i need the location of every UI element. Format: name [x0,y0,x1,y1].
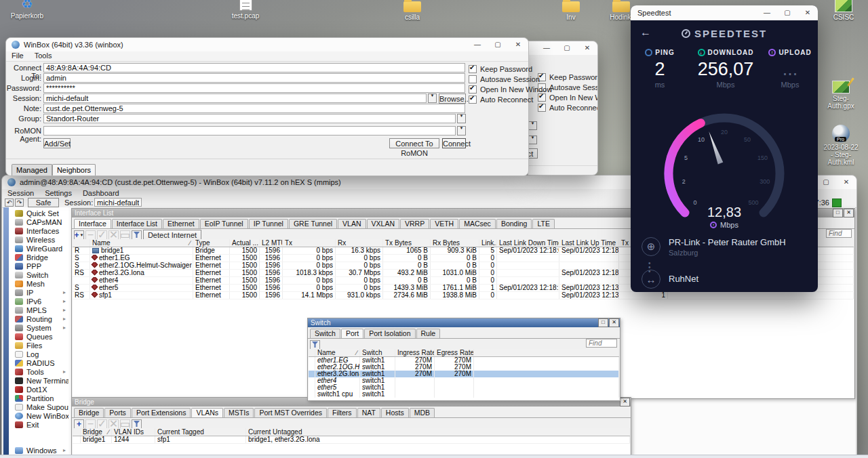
sidebar-item[interactable]: WireGuard [9,244,68,253]
col-last-down[interactable]: Last Link Down Time [497,239,559,247]
disable-button[interactable]: ✕ [108,230,119,240]
login-titlebar[interactable]: WinBox (64bit) v3.36 (winbox) — ▢ ✕ [6,38,528,51]
col-rx-bytes[interactable]: Rx Bytes [431,239,479,247]
undo-icon[interactable]: ↶ [5,199,14,207]
menu-session[interactable]: Session [2,189,39,198]
minimize-icon[interactable]: — [467,38,488,51]
sidebar-item[interactable]: Log [9,350,68,358]
table-row[interactable]: ether4 switch1 [309,377,619,384]
col-l2mtu[interactable]: L2 MTU [260,239,283,247]
sidebar-item[interactable]: New WinBox [9,411,68,420]
sidebar-item[interactable]: Tools [9,367,68,376]
tab[interactable]: Filters [328,408,357,417]
sidebar-item[interactable]: Switch [9,270,68,279]
col-actual-mtu[interactable]: Actual ... [230,239,260,247]
remove-button[interactable]: − [85,419,96,429]
maximize-icon[interactable]: □ [833,209,843,217]
table-row[interactable]: ether1.EG switch1 270M 270M [309,357,619,364]
menu-settings[interactable]: Settings [39,189,77,198]
tab[interactable]: Hosts [381,408,409,417]
romon-dropdown-button[interactable] [457,126,466,136]
enable-button[interactable]: ✓ [97,230,107,240]
sidebar-item[interactable]: CAPsMAN [9,217,68,226]
taskbar[interactable] [0,455,868,458]
col-current-tagged[interactable]: Current Tagged [155,428,246,436]
tab[interactable]: Ports [104,408,131,417]
close-icon[interactable]: ✕ [508,38,528,51]
tab-managed[interactable]: Managed [12,164,52,175]
close-icon[interactable]: ✕ [797,6,818,20]
tab[interactable]: Bonding [496,219,532,228]
col-egress[interactable]: Egress Rate [435,349,474,356]
sidebar-item[interactable]: Wireless [9,235,68,244]
tab[interactable]: Rule [416,329,441,338]
back-window-titlebar[interactable]: — ▢ ✕ [528,41,597,55]
sidebar-item[interactable]: PPP [9,262,68,270]
session-dropdown-button[interactable] [428,93,437,103]
maximize-icon[interactable]: ▢ [777,6,797,20]
redo-icon[interactable]: ↷ [15,199,24,207]
sidebar-item[interactable]: IPv6 [9,297,68,306]
menu-tools[interactable]: Tools [29,51,58,61]
sidebar-item[interactable]: IP [9,288,68,297]
sidebar-item[interactable]: RADIUS [9,358,68,367]
close-icon[interactable]: ✕ [836,175,856,189]
filter-button[interactable] [310,340,320,350]
sidebar-item[interactable]: Dot1X [9,385,68,394]
table-row[interactable]: ether2.1OG.Helm... switch1 270M 270M [309,364,619,371]
safe-mode-button[interactable]: Safe Mode [28,198,59,207]
filter-button[interactable] [132,419,142,429]
checkbox[interactable] [469,96,477,104]
add-button[interactable]: + [74,419,84,429]
sidebar-item[interactable]: New Terminal [9,376,68,385]
sidebar-item[interactable]: MPLS [9,306,68,314]
tab-neighbors[interactable]: Neighbors [52,164,96,175]
col-link[interactable]: Link... [479,239,497,247]
table-row[interactable]: bridge1 1244 sfp1 bridge1, ether3.2G.Ion… [73,436,630,444]
tab[interactable]: Port MST Overrides [254,408,327,417]
remove-button[interactable]: − [85,230,96,240]
tab[interactable]: Switch [310,329,340,338]
col-last-up[interactable]: Last Link Up Time [559,239,619,247]
col-vlan-ids[interactable]: VLAN IDs [112,428,155,436]
checkbox[interactable] [469,65,477,73]
comment-button[interactable]: ▭ [120,230,130,240]
col-name[interactable]: Name∕ [90,239,193,247]
checkbox[interactable] [469,75,477,83]
connect-button[interactable]: Connect [442,138,466,148]
dropdown-button[interactable] [528,121,537,130]
maximize-icon[interactable]: ▢ [488,38,508,51]
checkbox[interactable] [469,85,477,93]
close-icon[interactable]: ✕ [577,41,597,55]
tab[interactable]: Port [341,329,363,338]
tab[interactable]: VXLAN [367,219,399,228]
desktop-icon-kml[interactable]: Pro 2023-08-22 - Steg-Auth.kml [822,123,860,166]
browse-button[interactable]: Browse... [439,93,466,104]
sidebar-item[interactable]: Partition [9,394,68,402]
speedtest-titlebar[interactable]: Speedtest — ▢ ✕ [631,5,818,20]
col-tx[interactable]: Tx [283,239,336,247]
tab[interactable]: VETH [430,219,458,228]
session-field[interactable] [43,93,427,103]
tab[interactable]: VLANs [191,408,223,417]
tab[interactable]: EoIP Tunnel [200,219,248,228]
filter-button[interactable] [132,230,142,240]
col-ingress[interactable]: Ingress Rate [395,349,435,356]
tab[interactable]: IP Tunnel [249,219,288,228]
menu-dashboard[interactable]: Dashboard [77,189,125,198]
romon-agent-field[interactable] [43,126,456,136]
group-dropdown-button[interactable] [457,114,466,123]
col-switch[interactable]: Switch [360,349,395,356]
close-icon[interactable]: ✕ [609,318,619,327]
connect-button-partial[interactable]: ct [528,148,538,159]
col-type[interactable]: Type [193,239,230,247]
col-tx-bytes[interactable]: Tx Bytes [383,239,431,247]
col-rx[interactable]: Rx [336,239,383,247]
tab[interactable]: Ethernet [163,219,199,228]
tab[interactable]: MSTIs [224,408,254,417]
tab[interactable]: LTE [532,219,554,228]
add-set-button[interactable]: Add/Set [43,138,71,148]
switch-titlebar[interactable]: Switch □ ✕ [308,318,620,327]
table-row[interactable]: ether5 switch1 [309,384,619,391]
maximize-icon[interactable]: □ [598,318,608,327]
